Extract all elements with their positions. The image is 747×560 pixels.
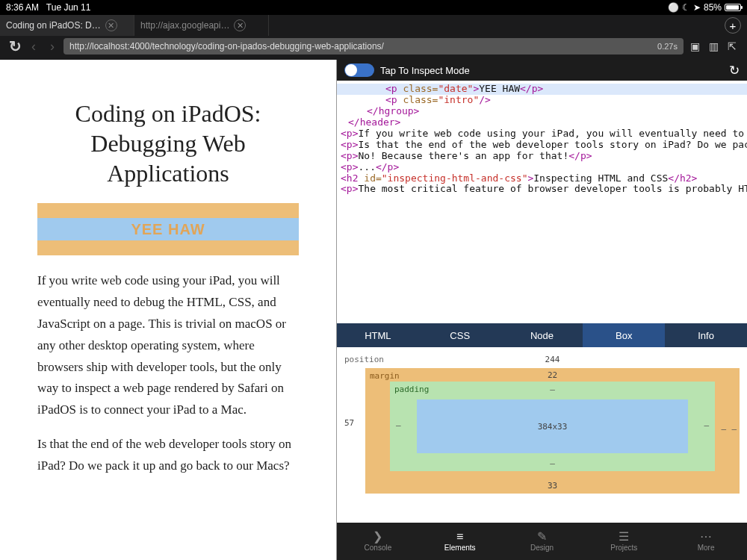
- padding-bottom: –: [390, 458, 715, 468]
- moon-icon: ☾: [682, 2, 690, 13]
- margin-right: –: [721, 424, 726, 434]
- date: Tue Jun 11: [46, 2, 91, 13]
- padding-box: padding – – – – 384x33: [390, 382, 715, 471]
- inspector-bottom-nav: ❯Console ≡Elements ✎Design ☰Projects ⋯Mo…: [337, 523, 747, 560]
- tab-css[interactable]: CSS: [419, 323, 501, 347]
- margin-box: margin 22 33 – – padding – – – – 384x33: [365, 368, 740, 494]
- tab-html[interactable]: HTML: [337, 323, 419, 347]
- inspect-mode-toggle[interactable]: [344, 63, 374, 77]
- new-tab-button[interactable]: +: [725, 17, 741, 34]
- margin-top: 22: [365, 370, 740, 380]
- tab-info[interactable]: Info: [665, 323, 747, 347]
- inspector-tabs: HTML CSS Node Box Info: [337, 323, 747, 347]
- browser-tab-active[interactable]: Coding on iPadOS: D… ✕: [0, 15, 134, 36]
- projects-icon: ☰: [619, 531, 629, 543]
- browser-tab-inactive[interactable]: http://ajax.googleapi… ✕: [134, 15, 269, 36]
- position-top: 244: [365, 355, 740, 364]
- nav-elements[interactable]: ≡Elements: [419, 523, 501, 560]
- close-icon[interactable]: ✕: [105, 19, 117, 31]
- back-button[interactable]: ‹: [26, 39, 41, 55]
- share-icon[interactable]: ⇱: [725, 39, 740, 54]
- browser-tab-bar: Coding on iPadOS: D… ✕ http://ajax.googl…: [0, 15, 747, 36]
- design-icon: ✎: [537, 531, 547, 543]
- url-bar[interactable]: http://localhost:4000/technology/coding-…: [63, 38, 684, 55]
- article-paragraph: If you write web code using your iPad, y…: [37, 270, 299, 421]
- nav-console[interactable]: ❯Console: [337, 523, 419, 560]
- console-icon: ❯: [373, 531, 382, 543]
- status-right: ⚪ ☾ ➤ 85%: [668, 2, 741, 13]
- load-time: 0.27s: [657, 42, 678, 51]
- nav-design[interactable]: ✎Design: [501, 523, 583, 560]
- html-source-view[interactable]: <p class="date">YEE HAW</p> <p class="in…: [337, 81, 747, 323]
- url-text: http://localhost:4000/technology/coding-…: [69, 41, 384, 52]
- tab-node[interactable]: Node: [501, 323, 583, 347]
- position-right: –: [731, 424, 737, 434]
- reload-icon[interactable]: ↻: [729, 63, 740, 78]
- clock: 8:36 AM: [6, 2, 39, 13]
- more-icon: ⋯: [700, 531, 712, 543]
- highlighted-element[interactable]: YEE HAW: [37, 203, 299, 255]
- nav-more[interactable]: ⋯More: [665, 523, 747, 560]
- elements-icon: ≡: [456, 531, 463, 543]
- article-paragraph: Is that the end of the web developer too…: [37, 434, 299, 477]
- forward-button[interactable]: ›: [45, 39, 60, 55]
- status-left: 8:36 AM Tue Jun 11: [6, 2, 90, 13]
- battery-percent: 85%: [704, 2, 722, 13]
- padding-left: –: [396, 420, 401, 430]
- nav-projects[interactable]: ☰Projects: [583, 523, 665, 560]
- position-left: 57: [344, 418, 354, 428]
- browser-toolbar: ↻ ‹ › http://localhost:4000/technology/c…: [0, 36, 747, 60]
- inspector-header: Tap To Inspect Mode ↻: [337, 60, 747, 81]
- rendered-page: Coding on iPadOS: Debugging Web Applicat…: [0, 60, 336, 560]
- battery-icon: [725, 4, 741, 11]
- page-title: Coding on iPadOS: Debugging Web Applicat…: [37, 99, 299, 188]
- close-icon[interactable]: ✕: [234, 19, 246, 31]
- margin-bottom: 33: [365, 481, 740, 491]
- tab-box[interactable]: Box: [583, 323, 665, 347]
- padding-right: –: [704, 420, 709, 430]
- ios-status-bar: 8:36 AM Tue Jun 11 ⚪ ☾ ➤ 85%: [0, 0, 747, 15]
- padding-top: –: [390, 385, 715, 394]
- camera-icon[interactable]: ▣: [687, 39, 702, 54]
- inspect-mode-label: Tap To Inspect Mode: [380, 65, 470, 76]
- box-model-view: position 57 244 margin 22 33 – – padding…: [337, 347, 747, 523]
- tab-title: http://ajax.googleapi…: [140, 20, 229, 31]
- web-inspector: Tap To Inspect Mode ↻ <p class="date">YE…: [336, 60, 747, 560]
- content-box: 384x33: [417, 399, 688, 453]
- wifi-icon: ⚪: [668, 2, 679, 13]
- highlight-text: YEE HAW: [37, 218, 299, 240]
- location-icon: ➤: [693, 2, 701, 13]
- reload-button[interactable]: ↻: [7, 37, 22, 55]
- tab-title: Coding on iPadOS: D…: [6, 20, 101, 31]
- reader-icon[interactable]: ▥: [706, 39, 721, 54]
